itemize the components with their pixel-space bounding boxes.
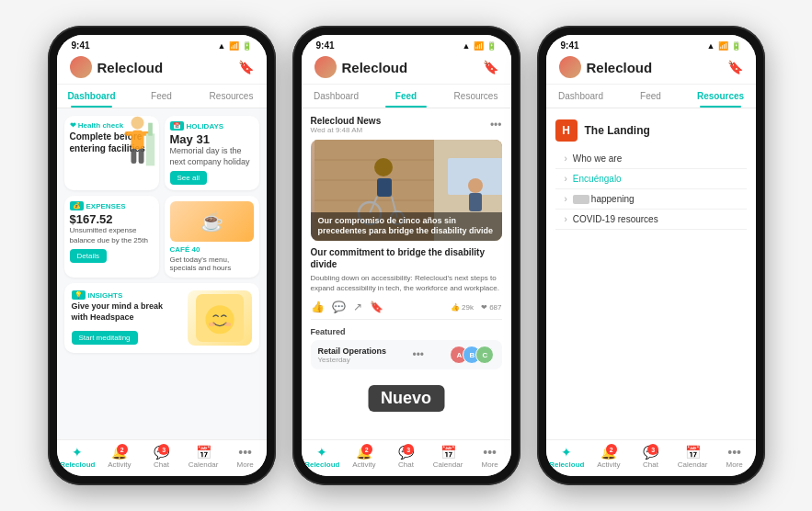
meditate-button[interactable]: Start meditating: [72, 331, 138, 345]
featured-avatars: A B C: [450, 346, 494, 364]
bottom-nav-2: ✦ Relecloud 2 🔔 Activity 3 💬 Chat 📅 Cale…: [302, 439, 511, 476]
expenses-label: 💰 Expenses: [70, 201, 154, 210]
avatar-3: C: [475, 346, 494, 364]
nav-relecloud-2[interactable]: ✦ Relecloud: [302, 445, 344, 469]
bookmark-icon-1[interactable]: 🔖: [238, 60, 254, 74]
heart-stat: ❤ 687: [481, 303, 502, 312]
tab-resources-2[interactable]: Resources: [441, 85, 511, 108]
like-icon[interactable]: 👍: [311, 301, 325, 313]
nav-more-3[interactable]: ••• More: [714, 445, 756, 469]
mid-row: 💰 Expenses $167.52 Unsumitted expense ba…: [64, 196, 259, 278]
comment-icon[interactable]: 💬: [332, 301, 346, 313]
resource-section-header: H The Landing: [555, 114, 747, 149]
top-row: ❤ Health check Complete before entering …: [64, 116, 259, 190]
svg-rect-2: [124, 131, 132, 136]
nav-activity-2[interactable]: 2 🔔 Activity: [343, 445, 385, 469]
app-header-3: Relecloud 🔖: [546, 52, 756, 85]
tab-feed-2[interactable]: Feed: [372, 85, 441, 108]
svg-point-9: [205, 306, 234, 335]
more-icon-1: •••: [238, 445, 252, 460]
nav-calendar-3[interactable]: 📅 Calendar: [671, 445, 714, 469]
bottom-nav-3: ✦ Relecloud 2 🔔 Activity 3 💬 Chat 📅 Cale…: [546, 439, 756, 476]
nav-more-1[interactable]: ••• More: [224, 445, 267, 469]
tab-dashboard-3[interactable]: Dashboard: [546, 85, 616, 108]
relecloud-icon-3: ✦: [561, 445, 572, 460]
tab-dashboard-2[interactable]: Dashboard: [302, 85, 372, 108]
bookmark-icon-3[interactable]: 🔖: [727, 60, 743, 74]
section-title: The Landing: [585, 124, 650, 137]
nav-relecloud-1[interactable]: ✦ Relecloud: [57, 445, 99, 469]
save-icon[interactable]: 🔖: [370, 301, 383, 313]
see-all-button[interactable]: See all: [170, 171, 207, 185]
expenses-card: 💰 Expenses $167.52 Unsumitted expense ba…: [64, 196, 159, 278]
nav-label-calendar-3: Calendar: [678, 460, 707, 469]
nav-label-more-1: More: [237, 460, 254, 469]
nav-calendar-2[interactable]: 📅 Calendar: [427, 445, 469, 469]
tab-dashboard-1[interactable]: Dashboard: [57, 85, 127, 108]
svg-point-0: [131, 117, 143, 130]
resource-item-1[interactable]: › Who we are: [555, 149, 747, 169]
svg-point-24: [468, 178, 483, 193]
section-h-icon: H: [555, 119, 578, 142]
nav-chat-3[interactable]: 3 💬 Chat: [630, 445, 672, 469]
feed-dots[interactable]: •••: [490, 119, 502, 131]
nav-chat-1[interactable]: 3 💬 Chat: [141, 445, 183, 469]
nav-label-activity-3: Activity: [597, 460, 620, 469]
holiday-desc: Memorial day is the next company holiday: [170, 146, 254, 167]
featured-dots[interactable]: •••: [412, 348, 424, 361]
status-icons-1: ▲📶🔋: [218, 41, 252, 51]
relecloud-icon-2: ✦: [316, 445, 327, 460]
feed-post-desc: Doubling down on accessibility: Releclou…: [311, 273, 502, 293]
status-bar-3: 9:41 ▲📶🔋: [546, 35, 756, 52]
tab-bar-1: Dashboard Feed Resources: [57, 85, 267, 108]
featured-card[interactable]: Retail Operations Yesterday ••• A B C: [311, 340, 502, 369]
nav-chat-2[interactable]: 3 💬 Chat: [385, 445, 428, 469]
share-icon[interactable]: ↗: [353, 301, 362, 313]
svg-rect-7: [148, 123, 153, 136]
resource-item-3[interactable]: › happening: [555, 189, 747, 210]
svg-point-10: [208, 323, 214, 326]
tab-feed-1[interactable]: Feed: [127, 85, 197, 108]
tab-resources-3[interactable]: Resources: [686, 85, 756, 108]
resource-text-3-suffix: happening: [591, 194, 635, 204]
cafe-desc: Get today's menu, specials and hours: [170, 255, 254, 272]
nav-relecloud-3[interactable]: ✦ Relecloud: [546, 445, 589, 469]
calendar-icon-1: 📅: [196, 445, 212, 460]
featured-date: Yesterday: [318, 356, 387, 364]
tab-resources-1[interactable]: Resources: [197, 85, 267, 108]
details-button[interactable]: Details: [70, 249, 107, 263]
resource-text-2: Encuéngalo: [573, 174, 622, 184]
nav-label-chat-2: Chat: [398, 460, 414, 469]
app-header-left-1: Relecloud: [70, 56, 164, 78]
featured-section: Featured Retail Operations Yesterday •••…: [302, 320, 511, 373]
nav-activity-1[interactable]: 2 🔔 Activity: [98, 445, 141, 469]
time-1: 9:41: [72, 40, 90, 51]
svg-point-11: [224, 323, 231, 326]
featured-info: Retail Operations Yesterday: [318, 346, 387, 364]
nav-more-2[interactable]: ••• More: [469, 445, 511, 469]
nav-activity-3[interactable]: 2 🔔 Activity: [588, 445, 630, 469]
more-icon-2: •••: [483, 445, 497, 460]
status-bar-1: 9:41 ▲📶🔋: [57, 35, 267, 52]
feed-post-header: Relecloud News Wed at 9:48 AM •••: [311, 116, 502, 134]
arrow-icon-3: ›: [565, 194, 567, 204]
bookmark-icon-2[interactable]: 🔖: [483, 60, 498, 74]
feed-post-meta: Relecloud News Wed at 9:48 AM: [311, 116, 382, 134]
nav-label-relecloud-3: Relecloud: [549, 460, 584, 469]
nav-label-relecloud-1: Relecloud: [60, 460, 95, 469]
nav-label-more-2: More: [482, 460, 498, 469]
svg-rect-25: [469, 193, 482, 211]
feed-post-text: Our commitment to bridge the disability …: [311, 241, 502, 297]
resource-item-2[interactable]: › Encuéngalo: [555, 169, 747, 189]
bottom-nav-1: ✦ Relecloud 2 🔔 Activity 3 💬 Chat 📅 Cale…: [57, 439, 267, 476]
calendar-icon-2: 📅: [440, 445, 456, 460]
app-logo-2: [315, 56, 337, 78]
phone-resources-screen: 9:41 ▲📶🔋 Relecloud 🔖 Dashboard Feed Reso…: [546, 35, 756, 476]
insights-left: 💡 Insights Give your mind a break with H…: [72, 290, 180, 346]
nav-label-chat-3: Chat: [643, 460, 658, 469]
nav-calendar-1[interactable]: 📅 Calendar: [182, 445, 224, 469]
svg-point-18: [374, 158, 393, 176]
resource-item-4[interactable]: › COVID-19 resources: [555, 210, 747, 230]
tab-feed-3[interactable]: Feed: [616, 85, 686, 108]
app-header-2: Relecloud 🔖: [302, 52, 511, 85]
